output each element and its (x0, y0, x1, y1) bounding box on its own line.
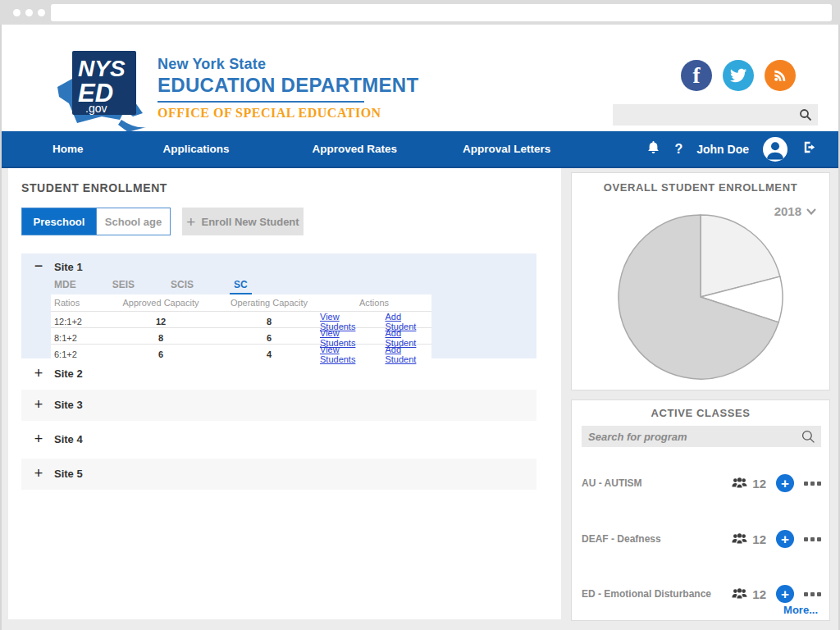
header-search-input[interactable] (613, 104, 818, 126)
site-3-label: Site 3 (54, 399, 83, 411)
class-name: DEAF - Deafness (582, 533, 732, 545)
site-5-label: Site 5 (54, 468, 83, 480)
enroll-new-student-button[interactable]: + Enroll New Student (182, 208, 304, 235)
window-controls[interactable] (13, 9, 45, 16)
help-icon[interactable]: ? (674, 142, 682, 157)
subtab-mde[interactable]: MDE (54, 279, 76, 294)
table-row: 12:1+2 12 8 View Students Add Student (51, 311, 431, 327)
expand-icon[interactable] (31, 397, 46, 412)
more-options-icon[interactable] (804, 592, 821, 596)
user-name[interactable]: John Doe (696, 143, 749, 156)
search-icon[interactable] (799, 108, 812, 125)
site-1-subtabs: MDE SEIS SCIS SC (54, 279, 252, 294)
col-actions: Actions (317, 298, 431, 308)
expand-icon[interactable] (31, 466, 46, 481)
collapse-icon[interactable] (31, 258, 46, 273)
header-titles: New York State EDUCATION DEPARTMENT OFFI… (158, 56, 418, 121)
site-2-row[interactable]: Site 2 (21, 358, 536, 390)
subtab-sc[interactable]: SC (230, 279, 252, 294)
more-options-icon[interactable] (804, 482, 821, 486)
site-4-label: Site 4 (54, 433, 83, 445)
nav-items: Home Applications Approved Rates Approva… (2, 143, 550, 155)
avatar[interactable] (763, 137, 788, 162)
header-title-office: OFFICE OF SPECIAL EDUCATION (158, 106, 418, 121)
ny-state-icon: NYS ED .gov (51, 49, 148, 133)
operating-value: 6 (221, 333, 317, 343)
class-name: ED - Emotional Disturbance (582, 588, 732, 600)
more-link[interactable]: More... (783, 604, 818, 616)
social-links: f (681, 60, 796, 91)
main-nav: Home Applications Approved Rates Approva… (2, 131, 838, 168)
rss-icon[interactable] (765, 60, 796, 91)
class-row-emotional-disturbance: ED - Emotional Disturbance 12 + (582, 583, 821, 605)
table-row: 8:1+2 8 6 View Students Add Student (51, 327, 431, 344)
search-icon[interactable] (801, 430, 815, 447)
logout-icon[interactable] (801, 139, 817, 158)
page-title: STUDENT ENROLLMENT (21, 181, 167, 194)
logo-text-nys: NYS (78, 56, 126, 81)
users-icon (732, 477, 747, 489)
ratio-value: 12:1+2 (51, 317, 100, 326)
tab-school-age[interactable]: School age (96, 208, 170, 235)
class-count: 12 (752, 477, 766, 491)
subtab-seis[interactable]: SEIS (112, 279, 135, 294)
active-classes-card: ACTIVE CLASSES AU - AUTISM 12 + DEAF - D… (571, 399, 830, 621)
site-1-label[interactable]: Site 1 (54, 261, 83, 273)
site-2-label: Site 2 (54, 368, 83, 380)
class-count: 12 (752, 532, 766, 546)
program-search-input[interactable] (582, 426, 821, 447)
site-header: NYS ED .gov New York State EDUCATION DEP… (2, 25, 838, 131)
window-dot[interactable] (13, 9, 21, 16)
site-5-row[interactable]: Site 5 (21, 459, 536, 490)
facebook-icon[interactable]: f (681, 60, 712, 91)
users-icon (732, 588, 747, 600)
site-3-row[interactable]: Site 3 (21, 390, 536, 421)
capacity-table: Ratios Approved Capacity Operating Capac… (51, 294, 431, 360)
site-4-row[interactable]: Site 4 (21, 424, 536, 455)
header-title-state: New York State (158, 56, 418, 73)
program-search (582, 426, 821, 447)
window-dot[interactable] (25, 9, 33, 16)
student-enrollment-panel: STUDENT ENROLLMENT Preschool School age … (8, 168, 561, 619)
window-dot[interactable] (38, 9, 45, 16)
expand-icon[interactable] (31, 431, 46, 446)
nav-item-home[interactable]: Home (52, 143, 84, 155)
age-tabs: Preschool School age (21, 208, 171, 235)
address-bar[interactable] (51, 4, 832, 21)
col-operating-capacity: Operating Capacity (221, 298, 317, 308)
chevron-down-icon (806, 208, 816, 215)
expand-icon[interactable] (31, 366, 46, 381)
more-options-icon[interactable] (804, 537, 821, 541)
nysed-logo[interactable]: NYS ED .gov (51, 49, 148, 133)
browser-chrome (0, 0, 840, 25)
content-area: STUDENT ENROLLMENT Preschool School age … (2, 168, 838, 630)
header-title-department: EDUCATION DEPARTMENT (158, 74, 418, 97)
nav-user-area: ? John Doe (646, 131, 817, 167)
facebook-letter: f (693, 63, 701, 89)
enrollment-pie (614, 211, 787, 383)
tab-preschool[interactable]: Preschool (22, 208, 96, 235)
add-class-button[interactable]: + (776, 585, 794, 603)
class-row-autism: AU - AUTISM 12 + (582, 472, 821, 494)
approved-value: 12 (100, 317, 221, 326)
nav-item-approved-rates[interactable]: Approved Rates (313, 143, 398, 155)
subtab-scis[interactable]: SCIS (171, 279, 194, 294)
overall-enrollment-card: OVERALL STUDENT ENROLLMENT 2018 (571, 172, 830, 390)
add-class-button[interactable]: + (776, 530, 794, 548)
twitter-icon[interactable] (723, 60, 754, 91)
users-icon (732, 533, 747, 545)
class-count: 12 (752, 587, 766, 601)
nav-item-applications[interactable]: Applications (163, 143, 230, 155)
ratio-value: 8:1+2 (51, 333, 100, 343)
classes-card-title: ACTIVE CLASSES (572, 407, 829, 419)
col-approved-capacity: Approved Capacity (100, 298, 221, 308)
col-ratios: Ratios (51, 298, 100, 308)
page: NYS ED .gov New York State EDUCATION DEP… (0, 25, 840, 630)
enrollment-card-title: OVERALL STUDENT ENROLLMENT (572, 181, 829, 194)
add-class-button[interactable]: + (776, 474, 794, 492)
class-name: AU - AUTISM (582, 477, 732, 489)
table-header-row: Ratios Approved Capacity Operating Capac… (51, 294, 431, 311)
bell-icon[interactable] (646, 140, 660, 158)
header-search (613, 104, 818, 126)
nav-item-approval-letters[interactable]: Approval Letters (463, 143, 550, 155)
